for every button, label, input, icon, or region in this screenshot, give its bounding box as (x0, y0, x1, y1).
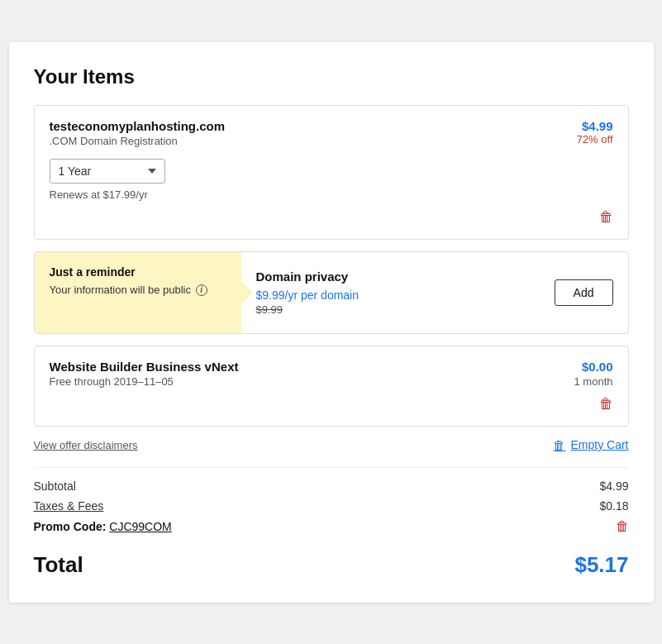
reminder-body: Your information will be public i (50, 283, 226, 298)
privacy-price-strike: $9.99 (256, 303, 360, 316)
year-select[interactable]: 1 Year 2 Years 3 Years 5 Years (50, 159, 165, 184)
promo-code[interactable]: CJC99COM (109, 520, 171, 533)
reminder-title: Just a reminder (50, 265, 226, 279)
website-builder-card: Website Builder Business vNext Free thro… (34, 346, 629, 427)
wb-sub: Free through 2019–11–05 (50, 375, 239, 388)
empty-cart-button[interactable]: 🗑 Empty Cart (553, 438, 628, 452)
totals-section: Subtotal $4.99 Taxes & Fees $0.18 Promo … (34, 467, 629, 578)
promo-row: Promo Code: CJC99COM 🗑 (34, 519, 629, 534)
domain-discount: 72% off (577, 133, 613, 145)
subtotal-label: Subtotal (34, 479, 76, 493)
delete-domain-icon[interactable]: 🗑 (599, 209, 613, 226)
taxes-value: $0.18 (599, 499, 628, 513)
empty-cart-icon: 🗑 (553, 438, 565, 452)
page-title: Your Items (34, 65, 629, 88)
wb-duration: 1 month (574, 375, 613, 388)
taxes-row: Taxes & Fees $0.18 (34, 499, 629, 513)
wb-info: Website Builder Business vNext Free thro… (50, 360, 239, 388)
taxes-label[interactable]: Taxes & Fees (34, 499, 104, 513)
privacy-title: Domain privacy (256, 270, 360, 284)
add-privacy-button[interactable]: Add (555, 279, 613, 306)
year-dropdown-row: 1 Year 2 Years 3 Years 5 Years (50, 159, 613, 184)
domain-privacy-section: Domain privacy $9.99/yr per domain $9.99… (241, 252, 628, 333)
delete-promo-icon[interactable]: 🗑 (616, 519, 629, 534)
total-row: Total $5.17 (34, 546, 629, 578)
domain-name: testeconomyplanhosting.com (50, 119, 226, 133)
privacy-price: $9.99/yr per domain (256, 289, 360, 302)
privacy-info: Domain privacy $9.99/yr per domain $9.99 (256, 270, 360, 316)
subtotal-value: $4.99 (599, 479, 628, 493)
wb-name: Website Builder Business vNext (50, 360, 239, 374)
total-value: $5.17 (574, 552, 628, 578)
wb-price-col: $0.00 1 month (574, 360, 613, 388)
renews-text: Renews at $17.99/yr (50, 188, 613, 201)
wb-price: $0.00 (574, 360, 613, 374)
footer-actions: View offer disclaimers 🗑 Empty Cart (34, 438, 629, 452)
domain-price: $4.99 (577, 119, 613, 133)
delete-wb-icon[interactable]: 🗑 (599, 396, 613, 413)
subtotal-row: Subtotal $4.99 (34, 479, 629, 493)
domain-price-col: $4.99 72% off (577, 119, 613, 145)
total-label: Total (34, 552, 83, 578)
domain-card: testeconomyplanhosting.com .COM Domain R… (34, 105, 629, 240)
promo-label: Promo Code: (34, 520, 107, 533)
domain-type: .COM Domain Registration (50, 135, 226, 147)
reminder-privacy-card: Just a reminder Your information will be… (34, 251, 629, 334)
view-disclaimer-link[interactable]: View offer disclaimers (34, 439, 138, 451)
reminder-box: Just a reminder Your information will be… (35, 252, 241, 333)
info-icon[interactable]: i (196, 284, 207, 296)
cart-container: Your Items testeconomyplanhosting.com .C… (9, 42, 654, 603)
domain-info: testeconomyplanhosting.com .COM Domain R… (50, 119, 226, 147)
